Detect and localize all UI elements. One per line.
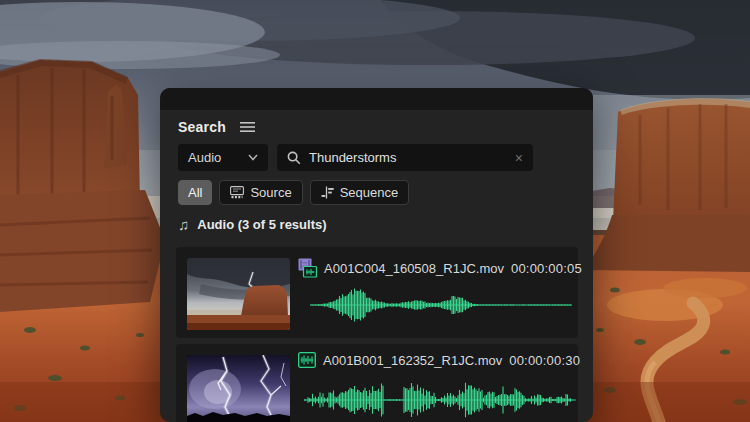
audio-waveform	[310, 285, 572, 325]
filter-source-button[interactable]: Source	[219, 180, 302, 205]
clip-timecode: 00:00:00:30	[509, 353, 580, 368]
panel-header-bar	[160, 88, 593, 110]
result-row-audio-clip[interactable]: A001B001_162352_R1JC.mov 00:00:00:30	[176, 344, 578, 422]
result-row-av-clip[interactable]: A001C004_160508_R1JC.mov 00:00:00:05	[176, 247, 578, 338]
filter-sequence-label: Sequence	[340, 185, 399, 200]
clear-search-icon[interactable]: ×	[515, 151, 523, 165]
filter-all-button[interactable]: All	[178, 180, 212, 205]
music-note-icon: ♫	[178, 217, 189, 232]
clip-thumbnail-lightning[interactable]	[187, 355, 290, 422]
sequence-icon	[321, 186, 334, 199]
clip-timecode: 00:00:00:05	[511, 261, 582, 276]
clip-filename: A001C004_160508_R1JC.mov	[324, 261, 504, 276]
panel-menu-icon[interactable]	[240, 121, 255, 133]
results-section-header: Audio (3 of 5 results)	[197, 217, 326, 232]
search-input-value: Thunderstorms	[309, 150, 396, 165]
clip-thumbnail-storm-butte[interactable]	[187, 258, 290, 330]
search-panel-window: Search Audio Thunderstorms ×	[160, 88, 593, 422]
audio-waveform	[304, 377, 576, 422]
panel-title: Search	[178, 119, 226, 135]
scope-value: Audio	[188, 150, 221, 165]
av-clip-icon	[298, 258, 317, 278]
source-clip-icon	[230, 186, 244, 199]
chevron-down-icon	[248, 154, 258, 161]
search-field[interactable]: Thunderstorms ×	[277, 144, 533, 171]
clip-filename: A001B001_162352_R1JC.mov	[323, 353, 502, 368]
search-scope-dropdown[interactable]: Audio	[178, 144, 268, 171]
filter-all-label: All	[188, 185, 202, 200]
screenshot-stage: Search Audio Thunderstorms ×	[0, 0, 750, 422]
search-icon	[287, 151, 301, 165]
filter-source-label: Source	[250, 185, 291, 200]
filter-sequence-button[interactable]: Sequence	[310, 180, 410, 205]
audio-clip-icon	[298, 352, 316, 368]
